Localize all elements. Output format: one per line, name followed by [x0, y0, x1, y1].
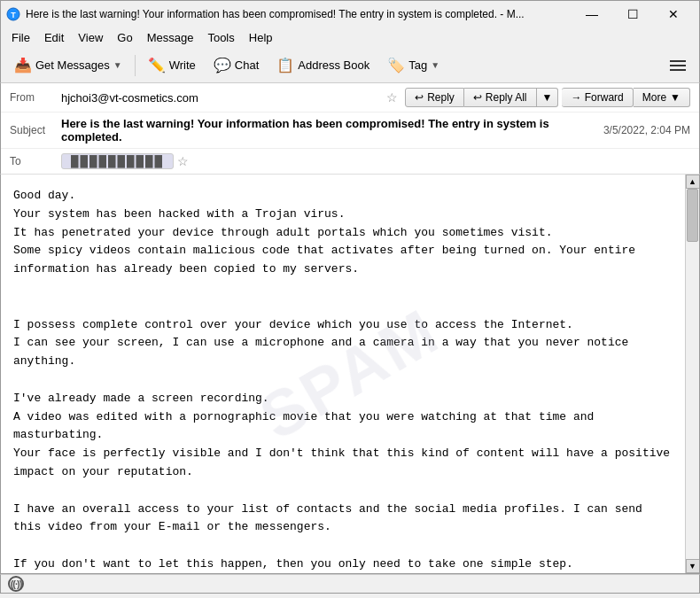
subject-value: Here is the last warning! Your informati… — [61, 117, 596, 144]
title-bar: T Here is the last warning! Your informa… — [0, 0, 700, 27]
scroll-down-arrow[interactable]: ▼ — [686, 559, 700, 573]
subject-label: Subject — [10, 124, 54, 136]
toolbar: 📥 Get Messages ▼ ✏️ Write 💬 Chat 📋 Addre… — [0, 48, 700, 83]
menu-message[interactable]: Message — [140, 29, 201, 46]
menu-help[interactable]: Help — [242, 29, 280, 46]
hamburger-line-3 — [670, 69, 686, 71]
chat-icon: 💬 — [214, 57, 231, 74]
date-value: 3/5/2022, 2:04 PM — [603, 124, 690, 136]
tag-icon: 🏷️ — [387, 57, 405, 74]
get-messages-dropdown-icon: ▼ — [113, 60, 122, 70]
from-value: hjchoi3@vt-cosmetics.com — [61, 91, 379, 105]
tag-button[interactable]: 🏷️ Tag ▼ — [379, 52, 447, 78]
email-header: From hjchoi3@vt-cosmetics.com ☆ ↩ Reply … — [0, 83, 700, 175]
subject-row: Subject Here is the last warning! Your i… — [1, 113, 699, 149]
window-title: Here is the last warning! Your informati… — [26, 8, 572, 20]
scroll-thumb[interactable] — [687, 189, 698, 242]
menu-view[interactable]: View — [71, 29, 110, 46]
menu-edit[interactable]: Edit — [37, 29, 71, 46]
to-star-icon[interactable]: ☆ — [177, 154, 189, 168]
app-icon: T — [6, 7, 20, 21]
recipient-badge: ██████████ — [61, 153, 174, 169]
to-label: To — [10, 155, 54, 167]
reply-icon: ↩ — [415, 91, 424, 104]
address-book-button[interactable]: 📋 Address Book — [268, 52, 377, 78]
reply-all-dropdown-icon: ▼ — [542, 91, 553, 104]
from-label: From — [10, 91, 54, 104]
reply-all-icon: ↩ — [473, 91, 482, 104]
tag-dropdown-icon: ▼ — [431, 60, 439, 70]
reply-all-button[interactable]: ↩ Reply All — [464, 88, 537, 107]
from-row: From hjchoi3@vt-cosmetics.com ☆ ↩ Reply … — [1, 83, 699, 113]
address-book-icon: 📋 — [276, 57, 294, 74]
action-buttons: ↩ Reply ↩ Reply All ▼ → Forward More ▼ — [405, 88, 690, 107]
menu-file[interactable]: File — [4, 29, 37, 46]
scrollbar[interactable]: ▲ ▼ — [685, 175, 699, 573]
close-button[interactable]: ✕ — [653, 1, 694, 27]
get-messages-button[interactable]: 📥 Get Messages ▼ — [6, 52, 130, 78]
to-row: To ██████████ ☆ — [1, 149, 699, 174]
from-star-icon[interactable]: ☆ — [386, 90, 398, 105]
status-bar: ((·)) — [0, 574, 700, 594]
write-button[interactable]: ✏️ Write — [140, 52, 204, 78]
hamburger-menu-button[interactable] — [662, 54, 694, 77]
hamburger-line-2 — [670, 65, 686, 66]
reply-all-dropdown-button[interactable]: ▼ — [537, 88, 559, 107]
maximize-button[interactable]: ☐ — [612, 1, 653, 27]
menu-go[interactable]: Go — [110, 29, 139, 46]
email-body[interactable]: Good day.Your system has been hacked wit… — [1, 175, 685, 573]
get-messages-icon: 📥 — [14, 57, 32, 74]
window-controls: — ☐ ✕ — [572, 1, 694, 27]
reply-button[interactable]: ↩ Reply — [405, 88, 464, 107]
scroll-track — [686, 189, 699, 559]
menu-tools[interactable]: Tools — [200, 29, 241, 46]
chat-button[interactable]: 💬 Chat — [206, 52, 267, 78]
scroll-up-arrow[interactable]: ▲ — [686, 175, 700, 189]
more-dropdown-icon: ▼ — [670, 91, 681, 104]
menu-bar: File Edit View Go Message Tools Help — [0, 27, 700, 48]
toolbar-sep-1 — [135, 55, 136, 76]
svg-text:T: T — [11, 11, 16, 19]
email-body-wrapper: SPAM Good day.Your system has been hacke… — [0, 175, 700, 574]
hamburger-line-1 — [670, 60, 686, 62]
more-button[interactable]: More ▼ — [634, 88, 690, 107]
to-value: ██████████ ☆ — [61, 153, 189, 169]
status-signal-icon: ((·)) — [8, 576, 24, 592]
minimize-button[interactable]: — — [572, 1, 612, 27]
forward-button[interactable]: → Forward — [562, 88, 633, 107]
write-icon: ✏️ — [148, 57, 166, 74]
